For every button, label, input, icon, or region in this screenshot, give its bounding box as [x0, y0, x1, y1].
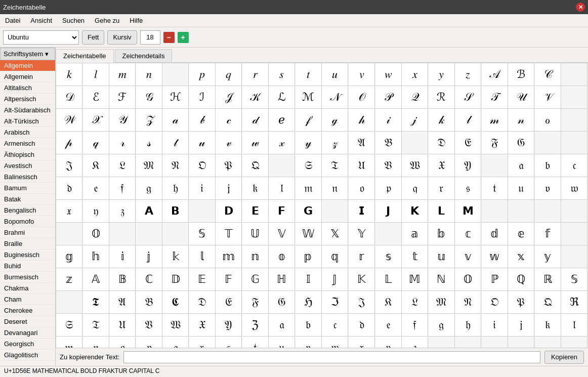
- char-cell[interactable]: 𝔒: [482, 291, 508, 314]
- char-cell[interactable]: 𝕠: [269, 245, 295, 268]
- char-cell[interactable]: 𝔦: [482, 314, 508, 337]
- char-cell[interactable]: 𝒽: [349, 109, 375, 132]
- char-cell[interactable]: ℬ: [508, 63, 534, 86]
- char-cell[interactable]: 𝔛: [189, 314, 216, 337]
- char-cell[interactable]: 𝔉: [482, 132, 508, 154]
- char-cell[interactable]: 𝓉: [162, 132, 189, 154]
- char-cell[interactable]: 𝑦: [429, 63, 455, 86]
- sidebar-item-11[interactable]: Bamum: [0, 183, 55, 194]
- char-cell[interactable]: 𝔩: [269, 177, 295, 200]
- char-cell[interactable]: 𝔓: [508, 291, 534, 314]
- sidebar-item-2[interactable]: Altitalisch: [0, 82, 55, 94]
- char-cell[interactable]: 𝗘: [242, 200, 269, 223]
- char-cell[interactable]: 𝕄: [402, 268, 428, 291]
- char-cell[interactable]: 𝔣: [402, 314, 428, 337]
- char-cell[interactable]: 𝓈: [136, 132, 162, 154]
- char-cell[interactable]: 𝔠: [322, 314, 348, 337]
- char-cell[interactable]: 𝔄: [109, 291, 136, 314]
- char-cell[interactable]: 𝓍: [269, 132, 295, 154]
- char-cell[interactable]: 𝔡: [349, 314, 375, 337]
- char-cell[interactable]: 𝕏: [322, 223, 348, 245]
- char-cell[interactable]: 𝔅: [136, 291, 162, 314]
- char-cell[interactable]: 𝔫: [322, 177, 348, 200]
- char-cell[interactable]: 𝗟: [429, 200, 455, 223]
- copy-button[interactable]: Kopieren: [544, 351, 584, 364]
- font-size-input[interactable]: [140, 30, 160, 45]
- char-cell[interactable]: ℨ: [242, 314, 269, 337]
- char-cell[interactable]: 𝓋: [216, 132, 242, 154]
- char-cell[interactable]: 𝔪: [296, 177, 322, 200]
- char-grid-container[interactable]: 𝑘𝑙𝑚𝑛𝑝𝑞𝑟𝑠𝑡𝑢𝑣𝑤𝑥𝑦𝑧𝒜ℬ𝒞𝒟ℰℱ𝒢ℋℐ𝒥𝒦ℒℳ𝒩𝒪𝒫𝒬ℛ𝒮𝒯𝒰𝒱𝒲𝒳𝒴…: [56, 63, 588, 348]
- char-cell[interactable]: 𝔐: [429, 291, 455, 314]
- char-cell[interactable]: 𝒮: [455, 86, 481, 109]
- char-cell[interactable]: 𝒩: [322, 86, 348, 109]
- char-cell[interactable]: ℍ: [269, 268, 295, 291]
- italic-button[interactable]: Kursiv: [107, 30, 137, 45]
- char-cell[interactable]: 𝔷: [402, 337, 428, 348]
- char-cell[interactable]: 𝔔: [242, 154, 269, 177]
- char-cell[interactable]: 𝔰: [216, 337, 242, 348]
- char-cell[interactable]: 𝓇: [109, 132, 136, 154]
- sidebar-item-22[interactable]: Cherokee: [0, 305, 55, 316]
- char-cell[interactable]: 𝒬: [402, 86, 428, 109]
- char-cell[interactable]: ℛ: [429, 86, 455, 109]
- char-cell[interactable]: 𝒿: [402, 109, 428, 132]
- char-cell[interactable]: 𝕙: [83, 245, 109, 268]
- char-cell[interactable]: 𝔢: [83, 177, 109, 200]
- char-cell[interactable]: 𝕖: [508, 223, 534, 245]
- sidebar-item-18[interactable]: Buhid: [0, 261, 55, 272]
- sidebar-item-26[interactable]: Glagolitisch: [0, 350, 55, 361]
- char-cell[interactable]: 𝗙: [269, 200, 295, 223]
- sidebar-item-6[interactable]: Arabisch: [0, 127, 55, 138]
- char-cell[interactable]: 𝔯: [189, 337, 216, 348]
- char-cell[interactable]: 𝔇: [189, 291, 216, 314]
- char-cell[interactable]: 𝔜: [455, 154, 481, 177]
- char-cell[interactable]: 𝗠: [455, 200, 481, 223]
- char-cell[interactable]: 𝔸: [83, 268, 109, 291]
- char-cell[interactable]: 𝕛: [136, 245, 162, 268]
- char-cell[interactable]: 𝑥: [402, 63, 428, 86]
- char-cell[interactable]: 𝒰: [508, 86, 534, 109]
- char-cell[interactable]: 𝓁: [455, 109, 481, 132]
- char-cell[interactable]: 𝓃: [508, 109, 534, 132]
- char-cell[interactable]: 𝔅: [375, 132, 402, 154]
- char-cell[interactable]: 𝔘: [109, 314, 136, 337]
- char-cell[interactable]: 𝔽: [216, 268, 242, 291]
- sidebar-item-4[interactable]: Alt-Südarabisch: [0, 105, 55, 116]
- char-cell[interactable]: 𝔡: [56, 177, 82, 200]
- char-cell[interactable]: 𝔦: [189, 177, 216, 200]
- char-cell[interactable]: 𝔻: [162, 268, 189, 291]
- menu-item-gehe zu[interactable]: Gehe zu: [92, 16, 122, 25]
- char-cell[interactable]: ℌ: [296, 291, 322, 314]
- char-cell[interactable]: 𝔑: [162, 154, 189, 177]
- char-cell[interactable]: 𝓌: [242, 132, 269, 154]
- char-cell[interactable]: 𝔲: [269, 337, 295, 348]
- char-cell[interactable]: 𝑙: [83, 63, 109, 86]
- char-cell[interactable]: 𝕓: [429, 223, 455, 245]
- char-cell[interactable]: 𝕮: [162, 291, 189, 314]
- char-cell[interactable]: 𝑣: [349, 63, 375, 86]
- char-cell[interactable]: 𝕨: [482, 245, 508, 268]
- char-cell[interactable]: 𝗞: [402, 200, 428, 223]
- char-cell[interactable]: 𝔟: [535, 154, 561, 177]
- char-cell[interactable]: 𝕚: [109, 245, 136, 268]
- char-cell[interactable]: 𝔎: [375, 291, 402, 314]
- char-cell[interactable]: 𝕀: [296, 268, 322, 291]
- char-cell[interactable]: 𝔹: [109, 268, 136, 291]
- char-cell[interactable]: 𝔵: [349, 337, 375, 348]
- char-cell[interactable]: 𝕘: [56, 245, 82, 268]
- zoom-minus-button[interactable]: −: [163, 32, 175, 43]
- char-cell[interactable]: 𝔒: [189, 154, 216, 177]
- char-cell[interactable]: ℑ: [322, 291, 348, 314]
- char-cell[interactable]: 𝕗: [535, 223, 561, 245]
- char-cell[interactable]: 𝔢: [375, 314, 402, 337]
- char-cell[interactable]: 𝒲: [56, 109, 82, 132]
- char-cell[interactable]: ℳ: [296, 86, 322, 109]
- char-cell[interactable]: 𝑤: [375, 63, 402, 86]
- sidebar-item-13[interactable]: Bengalisch: [0, 205, 55, 216]
- char-cell[interactable]: 𝕔: [455, 223, 481, 245]
- char-cell[interactable]: 𝔇: [429, 132, 455, 154]
- char-cell[interactable]: 𝒵: [136, 109, 162, 132]
- char-cell[interactable]: 𝑘: [56, 63, 82, 86]
- char-cell[interactable]: 𝑚: [109, 63, 136, 86]
